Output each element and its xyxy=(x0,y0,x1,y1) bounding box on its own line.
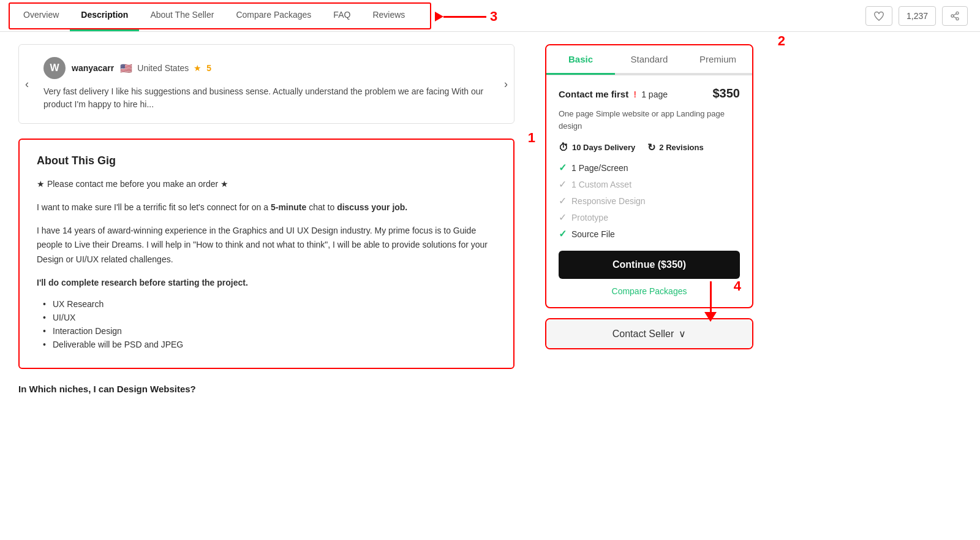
check-icon-gray: ✓ xyxy=(559,178,567,190)
package-features-list: ✓ 1 Page/Screen ✓ 1 Custom Asset ✓ Respo… xyxy=(559,162,740,240)
carousel-next[interactable]: › xyxy=(504,78,508,91)
package-title-group: Contact me first ! 1 page xyxy=(559,89,668,99)
clock-icon: ⏱ xyxy=(559,142,568,153)
feature-prototype: ✓ Prototype xyxy=(559,211,740,223)
left-column: ‹ W wanyacarr 🇺🇸 United States ★ 5 Very … xyxy=(0,32,533,406)
continue-button[interactable]: Continue ($350) xyxy=(559,251,740,279)
package-meta: ⏱ 10 Days Delivery ↻ 2 Revisions xyxy=(559,142,740,153)
like-button[interactable] xyxy=(865,6,892,26)
annotation-3: 3 xyxy=(490,9,497,25)
avatar: W xyxy=(43,57,66,79)
feature-custom-asset: ✓ 1 Custom Asset xyxy=(559,178,740,190)
tab-compare-packages[interactable]: Compare Packages xyxy=(225,0,322,31)
niches-heading: In Which niches, I can Design Websites? xyxy=(18,384,514,394)
delivery-info: ⏱ 10 Days Delivery xyxy=(559,142,635,153)
paragraph-3-bold: I'll do complete research before startin… xyxy=(37,278,248,287)
package-name: Contact me first xyxy=(559,89,628,99)
reviewer-meta: 🇺🇸 United States ★ 5 xyxy=(120,63,211,74)
top-navigation: Overview Description About The Seller Co… xyxy=(0,0,980,32)
carousel-prev[interactable]: ‹ xyxy=(25,78,29,91)
svg-line-3 xyxy=(954,17,957,18)
share-button[interactable] xyxy=(942,6,968,26)
reviewer-info: W wanyacarr 🇺🇸 United States ★ 5 xyxy=(43,57,489,79)
list-item: UX Research xyxy=(43,299,496,309)
bold-5min: 5-minute xyxy=(271,202,306,212)
svg-line-4 xyxy=(954,13,957,15)
feature-label: Responsive Design xyxy=(571,196,646,206)
tab-faq[interactable]: FAQ xyxy=(322,0,361,31)
contact-seller-label: Contact Seller xyxy=(612,329,674,340)
check-icon-green: ✓ xyxy=(559,228,567,240)
review-text: Very fast delivery I like his suggestion… xyxy=(43,85,489,111)
feature-page-screen: ✓ 1 Page/Screen xyxy=(559,162,740,173)
feature-label: Prototype xyxy=(571,213,608,222)
nav-tab-list: Overview Description About The Seller Co… xyxy=(12,0,416,31)
feature-responsive: ✓ Responsive Design xyxy=(559,195,740,207)
package-body: Contact me first ! 1 page $350 One page … xyxy=(546,75,752,307)
package-price: $350 xyxy=(713,86,741,101)
gig-title: About This Gig xyxy=(37,154,496,167)
package-header-row: Contact me first ! 1 page $350 xyxy=(559,86,740,101)
tab-overview[interactable]: Overview xyxy=(12,0,70,31)
revisions-info: ↻ 2 Revisions xyxy=(647,142,703,153)
like-count: 1,237 xyxy=(899,6,936,26)
gig-description-box: 1 About This Gig ★ Please contact me bef… xyxy=(18,139,514,369)
star-count: 5 xyxy=(206,63,211,73)
feature-label: 1 Custom Asset xyxy=(571,180,631,189)
svg-point-0 xyxy=(956,12,959,14)
exclamation-icon: ! xyxy=(633,89,636,99)
package-panel: Basic Standard Premium Contact me first … xyxy=(545,44,753,308)
flag-icon: 🇺🇸 xyxy=(120,63,132,74)
review-carousel: ‹ W wanyacarr 🇺🇸 United States ★ 5 Very … xyxy=(18,44,514,124)
tab-description[interactable]: Description xyxy=(70,0,139,31)
arrow-4-annotation xyxy=(704,281,717,322)
right-column: 2 Basic Standard Premium Contact me firs… xyxy=(533,32,766,406)
contact-seller-wrapper: 4 Contact Seller ∨ xyxy=(545,318,753,349)
tab-standard[interactable]: Standard xyxy=(615,45,684,75)
check-icon-green: ✓ xyxy=(559,162,567,173)
reviewer-country: United States xyxy=(137,63,189,73)
nav-arrow-annotation: 3 xyxy=(435,9,497,25)
nav-actions-group: 1,237 xyxy=(865,6,968,26)
tab-reviews[interactable]: Reviews xyxy=(361,0,416,31)
contact-note: ★ Please contact me before you make an o… xyxy=(37,177,496,192)
paragraph-3: I'll do complete research before startin… xyxy=(37,276,496,291)
feature-label: 1 Page/Screen xyxy=(571,163,628,173)
svg-point-1 xyxy=(951,15,954,17)
package-description: One page Simple website or app Landing p… xyxy=(559,108,740,132)
revisions-label: 2 Revisions xyxy=(659,143,703,152)
paragraph-2: I have 14 years of award-winning experie… xyxy=(37,224,496,267)
list-item: UI/UX xyxy=(43,313,496,322)
tab-basic[interactable]: Basic xyxy=(546,45,615,75)
svg-point-2 xyxy=(956,17,959,20)
annotation-4: 4 xyxy=(734,278,741,294)
delivery-label: 10 Days Delivery xyxy=(572,143,635,152)
package-pages: 1 page xyxy=(641,89,668,99)
gig-list: UX Research UI/UX Interaction Design Del… xyxy=(37,299,496,349)
bold-discuss: discuss your job. xyxy=(337,202,407,212)
reviewer-name: wanyacarr xyxy=(72,63,114,73)
chevron-down-icon: ∨ xyxy=(679,328,686,340)
list-item: Interaction Design xyxy=(43,326,496,336)
feature-source-file: ✓ Source File xyxy=(559,228,740,240)
annotation-2: 2 xyxy=(778,33,785,49)
tab-about-seller[interactable]: About The Seller xyxy=(139,0,225,31)
paragraph-1: I want to make sure I'll be a terrific f… xyxy=(37,200,496,215)
main-layout: ‹ W wanyacarr 🇺🇸 United States ★ 5 Very … xyxy=(0,32,980,406)
feature-label: Source File xyxy=(571,229,615,239)
check-icon-gray: ✓ xyxy=(559,211,567,223)
refresh-icon: ↻ xyxy=(647,142,655,153)
tab-premium[interactable]: Premium xyxy=(684,45,752,75)
star-icon: ★ xyxy=(194,63,202,73)
list-item: Deliverable will be PSD and JPEG xyxy=(43,340,496,349)
contact-seller-box: Contact Seller ∨ xyxy=(545,318,753,349)
contact-seller-button[interactable]: Contact Seller ∨ xyxy=(546,319,752,348)
check-icon-gray: ✓ xyxy=(559,195,567,207)
package-tabs: Basic Standard Premium xyxy=(546,45,752,75)
